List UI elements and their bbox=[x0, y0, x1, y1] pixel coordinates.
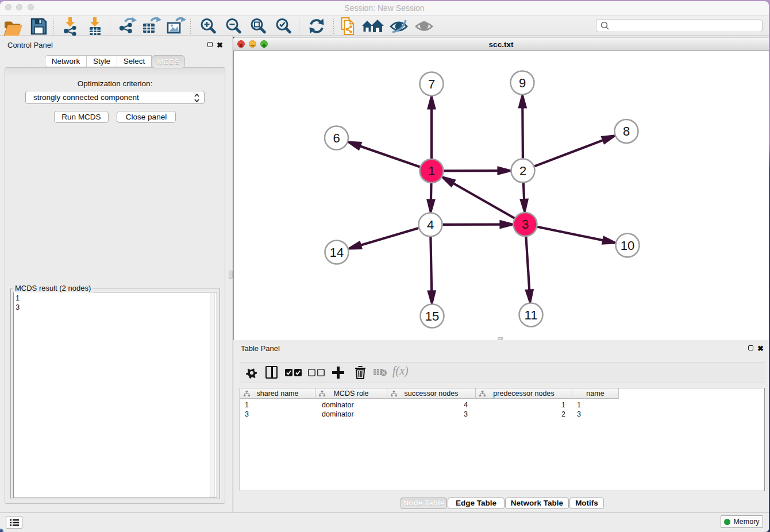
svg-text:15: 15 bbox=[425, 309, 439, 323]
svg-text:9: 9 bbox=[519, 76, 526, 90]
svg-text:14: 14 bbox=[330, 245, 344, 260]
svg-text:7: 7 bbox=[428, 77, 435, 91]
svg-text:8: 8 bbox=[623, 124, 630, 138]
svg-text:6: 6 bbox=[333, 131, 340, 145]
svg-text:2: 2 bbox=[519, 164, 526, 178]
svg-text:10: 10 bbox=[621, 238, 634, 253]
svg-text:3: 3 bbox=[522, 217, 529, 232]
svg-text:4: 4 bbox=[427, 218, 434, 232]
svg-text:1: 1 bbox=[428, 164, 435, 178]
svg-text:11: 11 bbox=[525, 308, 538, 322]
